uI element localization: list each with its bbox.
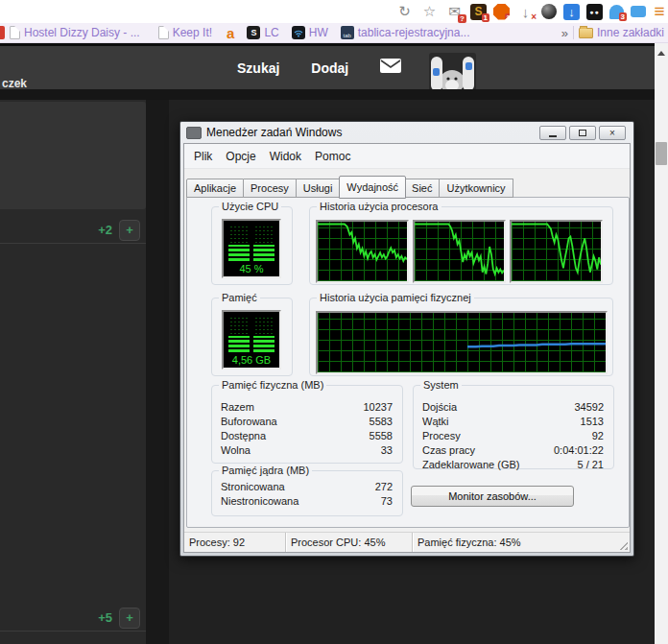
add-button-top[interactable]: + [119, 220, 140, 241]
tab-services[interactable]: Usługi [297, 179, 341, 198]
s-extension-badge: 1 [482, 13, 489, 22]
tab-processes[interactable]: Procesy [244, 179, 297, 198]
memory-history-graph [316, 311, 608, 374]
performance-tab-panel: Użycie CPU 45 % Historia użycia procesor… [186, 197, 630, 528]
menu-help[interactable]: Pomoc [308, 147, 357, 166]
cpu-history-graph-1 [316, 220, 409, 283]
tab-performance[interactable]: Wydajność [339, 176, 406, 199]
partial-favicon [0, 26, 5, 39]
scrollbar-up-arrow-icon[interactable] [655, 47, 668, 59]
bookmarks-divider [573, 26, 574, 39]
s-extension-icon[interactable]: S1 [470, 4, 487, 20]
close-icon: × [609, 129, 615, 138]
other-bookmarks[interactable]: Inne zakładki [579, 26, 664, 39]
status-processes: Procesy: 92 [184, 533, 286, 552]
menu-options[interactable]: Opcje [219, 147, 262, 166]
system-group: System Dojścia34592 Wątki1513 Procesy92 … [413, 385, 614, 469]
tab-users[interactable]: Użytkownicy [440, 179, 513, 198]
sidebar-card [0, 102, 146, 209]
sidebar-add-row-top: +2 + [0, 217, 146, 244]
download-disabled-icon[interactable]: ↓ [516, 3, 535, 21]
maximize-icon [579, 130, 586, 136]
hand-badge: 2 [505, 13, 513, 22]
cpu-history-graph-2 [413, 220, 506, 283]
table-row: Wolna33 [212, 442, 402, 457]
table-row: Stronicowana272 [212, 479, 402, 493]
dots-extension-icon[interactable]: ●● [586, 4, 603, 20]
s-square-icon: S [247, 26, 260, 39]
site-nav: Szukaj Dodaj # [237, 46, 441, 89]
table-row: Zadeklarowane (GB)5 / 21 [414, 457, 613, 471]
bookmark-hostel[interactable]: Hostel Dizzy Daisy - ... [10, 26, 140, 39]
bookmark-tablica[interactable]: tabtablica-rejestracyjna... [341, 26, 470, 39]
menu-bar: Plik Opcje Widok Pomoc [184, 144, 630, 169]
scrollbar-thumb[interactable] [656, 142, 667, 165]
tab-icon: tab [341, 26, 354, 39]
folder-icon [579, 28, 593, 38]
tab-strip: Aplikacje Procesy Usługi Wydajność Sieć … [186, 175, 513, 198]
close-button[interactable]: × [599, 126, 626, 140]
hand-blocker-icon[interactable]: 2 [493, 4, 510, 20]
nav-add-link[interactable]: Dodaj [311, 60, 348, 76]
window-title: Menedżer zadań Windows [206, 126, 342, 139]
mail-badge: ? [458, 14, 466, 23]
add-button-bottom[interactable]: + [119, 608, 140, 629]
minimize-button[interactable] [539, 126, 566, 140]
resource-monitor-button[interactable]: Monitor zasobów... [411, 486, 574, 507]
menu-view[interactable]: Widok [263, 147, 308, 166]
mail-extension-icon[interactable]: ✉? [445, 3, 464, 21]
table-row: Razem10237 [212, 399, 402, 414]
partial-left-text: czek [2, 77, 27, 90]
cpu-usage-gauge: 45 % [222, 219, 281, 278]
sidebar-add-row-bottom: +5 + [0, 605, 146, 632]
bookmark-lc[interactable]: SLC [247, 26, 278, 39]
nav-search-link[interactable]: Szukaj [237, 60, 279, 76]
ghost-extension-icon[interactable]: 3 [609, 5, 624, 19]
task-manager-window: Menedżer zadań Windows × Plik Opcje Wido… [179, 121, 634, 557]
reload-icon[interactable]: ↻ [395, 3, 414, 21]
tab-applications[interactable]: Aplikacje [186, 179, 244, 198]
status-bar: Procesy: 92 Procesor CPU: 45% Pamięć fiz… [184, 532, 630, 552]
hamburger-menu-icon[interactable]: ≡ [653, 3, 666, 21]
table-row: Dojścia34592 [414, 399, 613, 414]
sphere-extension-icon[interactable] [541, 4, 557, 19]
memory-usage-gauge: 4,56 GB [222, 310, 281, 370]
page-icon [10, 26, 20, 39]
title-bar[interactable]: Menedżer zadań Windows × [180, 122, 633, 143]
speech-bubble-icon[interactable] [631, 6, 646, 17]
amazon-icon: a [227, 25, 234, 41]
table-row: Niestronicowana73 [212, 493, 402, 508]
tab-network[interactable]: Sieć [405, 179, 440, 198]
window-body: Plik Opcje Widok Pomoc Aplikacje Procesy… [183, 143, 631, 553]
envelope-icon[interactable] [380, 59, 401, 77]
page-icon [158, 26, 169, 39]
maximize-button[interactable] [569, 126, 596, 140]
bookmark-keep-it[interactable]: Keep It! [158, 26, 212, 39]
memory-usage-value: 4,56 GB [224, 354, 279, 366]
cpu-history-graph-3 [510, 220, 603, 283]
minimize-icon [549, 135, 557, 137]
caption-buttons: × [539, 126, 626, 140]
page-gutter [146, 100, 169, 644]
task-manager-icon [186, 127, 202, 139]
star-bookmark-icon[interactable]: ☆ [420, 3, 439, 21]
blue-download-icon[interactable]: ↓ [563, 4, 580, 20]
bookmarks-overflow-chevron[interactable]: » [561, 26, 568, 40]
wifi-icon [292, 26, 305, 39]
cpu-usage-group: Użycie CPU 45 % [211, 206, 293, 285]
browser-scrollbar[interactable] [655, 43, 668, 644]
bookmark-hw[interactable]: HW [292, 26, 328, 39]
count-label-bottom: +5 [98, 610, 112, 625]
memory-history-group: Historia użycia pamięci fizycznej [309, 298, 613, 376]
bookmark-amazon[interactable]: a [227, 25, 234, 41]
physical-memory-group: Pamięć fizyczna (MB) Razem10237 Buforowa… [211, 385, 403, 464]
cpu-usage-value: 45 % [224, 263, 279, 274]
site-header: czek Szukaj Dodaj # [0, 43, 655, 89]
header-divider-band [0, 89, 655, 100]
menu-file[interactable]: Plik [187, 147, 219, 166]
table-row: Wątki1513 [414, 414, 613, 428]
count-label-top: +2 [98, 223, 112, 237]
bookmarks-bar: Hostel Dizzy Daisy - ... Keep It! a SLC … [0, 23, 668, 43]
table-row: Buforowana5583 [212, 414, 402, 428]
status-cpu: Procesor CPU: 45% [286, 533, 413, 552]
